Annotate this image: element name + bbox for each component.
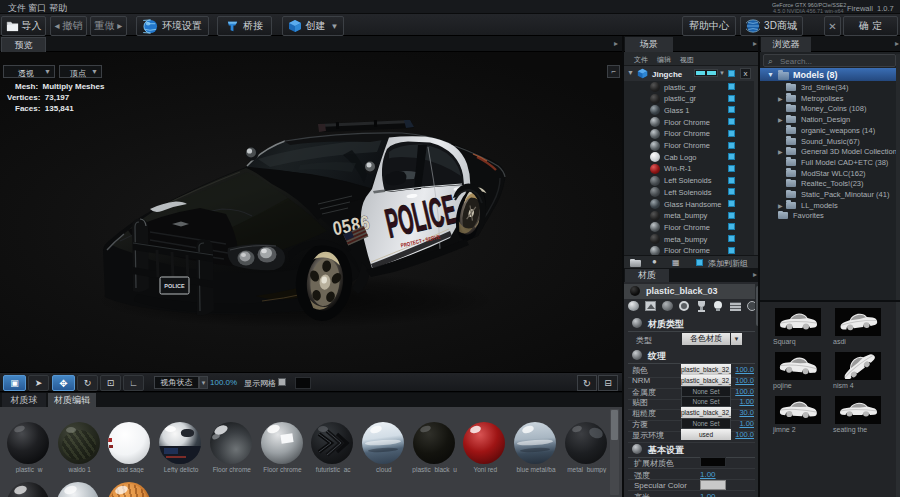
svg-text:POLICE: POLICE bbox=[164, 283, 185, 289]
